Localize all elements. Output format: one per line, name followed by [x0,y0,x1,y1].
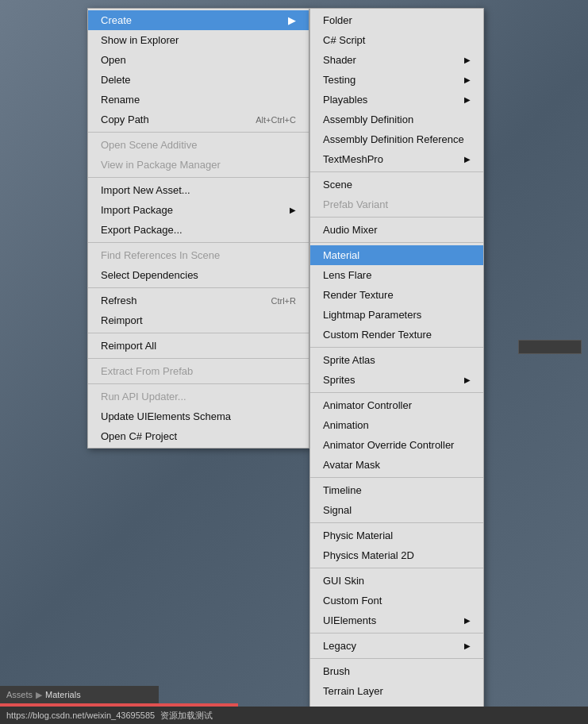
submenu-item-render-texture[interactable]: Render Texture [310,285,483,305]
menu-item-select-dependencies[interactable]: Select Dependencies [88,265,309,285]
submenu-item-brush[interactable]: Brush [310,661,483,681]
submenu-separator-2 [310,217,483,218]
submenu-item-animator-controller[interactable]: Animator Controller [310,395,483,415]
separator-4 [88,287,309,288]
submenu-item-legacy[interactable]: Legacy ▶ [310,636,483,656]
submenu-item-scene[interactable]: Scene [310,175,483,194]
menu-item-find-references: Find References In Scene [88,245,309,265]
search-bar[interactable] [518,340,582,354]
menu-item-reimport-all[interactable]: Reimport All [88,336,309,356]
submenu-item-csharp-script[interactable]: C# Script [310,30,483,50]
submenu-item-folder[interactable]: Folder [310,10,483,30]
submenu-item-sprites[interactable]: Sprites ▶ [310,370,483,390]
submenu-separator-4 [310,347,483,348]
menu-item-import-new-asset[interactable]: Import New Asset... [88,180,309,200]
bottom-progress-bar [0,703,238,707]
submenu-item-animation[interactable]: Animation [310,415,483,435]
submenu-item-physic-material[interactable]: Physic Material [310,526,483,545]
menu-item-export-package[interactable]: Export Package... [88,220,309,240]
separator-7 [88,383,309,384]
submenu-item-shader[interactable]: Shader ▶ [310,50,483,70]
separator-3 [88,242,309,243]
submenu-item-playables[interactable]: Playables ▶ [310,90,483,110]
submenu-item-prefab-variant: Prefab Variant [310,194,483,214]
menu-item-import-package[interactable]: Import Package ▶ [88,200,309,220]
menu-item-run-api-updater: Run API Updater... [88,387,309,406]
submenu-item-gui-skin[interactable]: GUI Skin [310,571,483,591]
menu-item-open[interactable]: Open [88,50,309,70]
submenu-separator-5 [310,392,483,393]
submenu-item-animator-override-controller[interactable]: Animator Override Controller [310,435,483,455]
context-menu-wrapper: Create ▶ Show in Explorer Open Delete Re… [87,8,484,723]
bottom-bar-url: https://blog.csdn.net/weixin_43695585 [6,711,155,720]
menu-item-refresh[interactable]: Refresh Ctrl+R [88,291,309,310]
menu-item-rename[interactable]: Rename [88,90,309,110]
bottom-bar-text: 资源加载测试 [160,710,213,722]
submenu-item-uielements[interactable]: UIElements ▶ [310,610,483,630]
separator-6 [88,358,309,359]
submenu-item-custom-font[interactable]: Custom Font [310,591,483,610]
submenu-item-lens-flare[interactable]: Lens Flare [310,265,483,285]
submenu-separator-1 [310,171,483,172]
submenu-item-avatar-mask[interactable]: Avatar Mask [310,455,483,475]
create-label: Create [101,14,132,26]
menu-item-delete[interactable]: Delete [88,70,309,90]
separator-1 [88,132,309,133]
submenu-item-material[interactable]: Material [310,245,483,265]
search-input[interactable] [522,342,578,352]
menu-item-extract-from-prefab: Extract From Prefab [88,361,309,381]
submenu-item-sprite-atlas[interactable]: Sprite Atlas [310,350,483,370]
submenu-item-assembly-definition-reference[interactable]: Assembly Definition Reference [310,129,483,149]
menu-item-open-csharp[interactable]: Open C# Project [88,426,309,446]
menu-item-create[interactable]: Create ▶ [88,10,309,30]
menu-item-view-package-manager: View in Package Manager [88,155,309,175]
menu-item-copy-path[interactable]: Copy Path Alt+Ctrl+C [88,110,309,129]
submenu-separator-3 [310,242,483,243]
submenu-item-audio-mixer[interactable]: Audio Mixer [310,220,483,240]
menu-item-show-explorer[interactable]: Show in Explorer [88,30,309,50]
submenu-item-terrain-layer[interactable]: Terrain Layer [310,681,483,701]
submenu-separator-9 [310,633,483,634]
submenu-item-assembly-definition[interactable]: Assembly Definition [310,110,483,129]
submenu-separator-6 [310,477,483,478]
submenu-item-testing[interactable]: Testing ▶ [310,70,483,90]
create-submenu: Folder C# Script Shader ▶ Testing ▶ Play… [309,8,484,723]
assets-current: Materials [45,690,81,699]
submenu-item-lightmap-parameters[interactable]: Lightmap Parameters [310,305,483,325]
submenu-item-textmeshpro[interactable]: TextMeshPro ▶ [310,149,483,169]
submenu-separator-10 [310,658,483,659]
submenu-separator-7 [310,522,483,523]
submenu-separator-8 [310,568,483,568]
bottom-bar: https://blog.csdn.net/weixin_43695585 资源… [0,707,588,724]
separator-5 [88,333,309,333]
submenu-item-signal[interactable]: Signal [310,500,483,520]
assets-root: Assets [6,690,33,699]
menu-item-open-scene-additive: Open Scene Additive [88,135,309,155]
breadcrumb-arrow: ▶ [36,690,42,700]
submenu-item-timeline[interactable]: Timeline [310,480,483,500]
submenu-item-custom-render-texture[interactable]: Custom Render Texture [310,325,483,345]
submenu-item-physics-material-2d[interactable]: Physics Material 2D [310,545,483,565]
menu-item-reimport[interactable]: Reimport [88,310,309,330]
menu-item-update-uielements[interactable]: Update UIElements Schema [88,406,309,426]
create-arrow: ▶ [288,14,296,26]
separator-2 [88,177,309,178]
left-context-menu: Create ▶ Show in Explorer Open Delete Re… [87,8,309,449]
